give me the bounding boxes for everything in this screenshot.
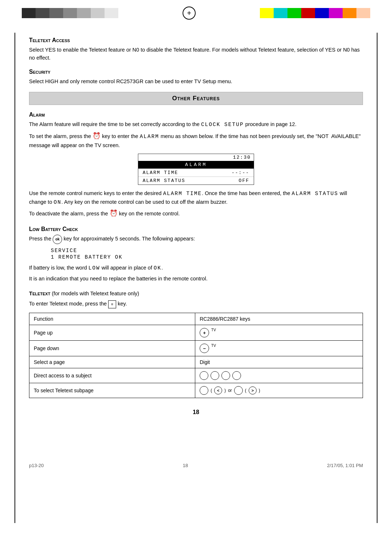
color-swatch — [36, 8, 49, 18]
alarm-time-label: ALARM TIME — [143, 170, 178, 175]
table-row: To select Teletext subpage ( < ) or ( > … — [29, 383, 363, 398]
teletext-intro: To enter Teletext mode, press the ≡ key. — [29, 300, 363, 308]
arrow-left-btn: < — [214, 386, 222, 394]
color-swatch-cyan — [274, 8, 287, 18]
teletext-heading: Teletext — [29, 290, 50, 296]
circle-right-outer — [234, 386, 243, 395]
paren-close: ) — [224, 388, 226, 393]
alarm-heading: Alarm — [29, 112, 363, 118]
color-swatch — [63, 8, 77, 18]
color-bar-left — [22, 8, 118, 18]
table-col2-header: RC2886/RC2887 keys — [195, 313, 363, 325]
low-battery-body1: Press the ok key for approximately 5 sec… — [29, 235, 363, 244]
arrow-right-btn: > — [249, 386, 257, 394]
low-battery-body2: If battery is low, the word LOW will app… — [29, 264, 363, 272]
circle-left-outer — [200, 386, 208, 395]
circle-btn-4 — [232, 371, 241, 380]
teletext-heading-note: (for models with Teletext feature only) — [52, 291, 139, 296]
teletext-access-body: Select YES to enable the Teletext featur… — [29, 46, 363, 62]
alarm-status-value: OFF — [239, 178, 249, 183]
paren-open: ( — [211, 388, 212, 393]
table-cell-key: ( < ) or ( > ) — [195, 383, 363, 398]
tv-label2: TV — [211, 344, 216, 348]
alarm-body2: To set the alarm, press the ⏰ key to ent… — [29, 131, 363, 149]
other-features-banner: Other Features — [29, 92, 363, 105]
color-swatch — [77, 8, 91, 18]
table-cell-key: + TV — [195, 325, 363, 341]
color-swatch-green — [287, 8, 301, 18]
alarm-display-time: 12:30 — [138, 154, 254, 161]
teletext-heading-para: Teletext (for models with Teletext featu… — [29, 289, 363, 297]
plus-tv-icon: + — [200, 328, 209, 337]
or-label: or — [228, 388, 232, 393]
target-icon — [183, 7, 196, 20]
tv-label: TV — [211, 328, 216, 332]
footer: p13-20 18 2/17/05, 1:01 PM — [0, 459, 392, 472]
table-row: Page down − TV — [29, 341, 363, 356]
alarm-body4: To deactivate the alarm, press the ⏰ key… — [29, 208, 363, 219]
table-row: Direct access to a subject — [29, 368, 363, 383]
circle-buttons-row — [200, 371, 358, 380]
color-swatch-red — [301, 8, 315, 18]
table-cell-key — [195, 368, 363, 383]
service-line2: 1 REMOTE BATTERY OK — [51, 254, 363, 260]
circle-btn-3 — [221, 371, 230, 380]
teletext-table-header: Function RC2886/RC2887 keys — [29, 313, 363, 325]
alarm-body1: The Alarm feature will require the time … — [29, 120, 363, 129]
footer-left: p13-20 — [29, 463, 44, 468]
low-battery-body3: It is an indication that you need to rep… — [29, 275, 363, 283]
table-cell-function: Page down — [29, 341, 195, 356]
color-bar-container — [0, 0, 392, 23]
color-swatch — [49, 8, 63, 18]
color-swatch-blue — [315, 8, 329, 18]
paren-open2: ( — [245, 388, 246, 393]
footer-right: 2/17/05, 1:01 PM — [327, 463, 363, 468]
alarm-status-label: ALARM STATUS — [143, 178, 185, 183]
service-line1: SERVICE — [51, 248, 363, 254]
color-swatch-orange — [343, 8, 356, 18]
low-battery-heading: Low Battery Check — [29, 226, 363, 232]
alarm-time-value: --:-- — [232, 170, 249, 175]
table-cell-function: Page up — [29, 325, 195, 341]
minus-tv-icon: − — [200, 344, 209, 353]
color-swatch-yellow — [260, 8, 274, 18]
table-row: Page up + TV — [29, 325, 363, 341]
footer-center: 18 — [183, 463, 188, 468]
service-display: SERVICE 1 REMOTE BATTERY OK — [51, 248, 363, 260]
table-cell-function: Direct access to a subject — [29, 368, 195, 383]
page-border-left — [15, 33, 15, 523]
alarm-row-status: ALARM STATUS OFF — [138, 177, 254, 185]
main-content: Teletext Access Select YES to enable the… — [0, 23, 392, 452]
alarm-row-time: ALARM TIME --:-- — [138, 169, 254, 177]
circle-btn-2 — [211, 371, 219, 380]
table-cell-function: To select Teletext subpage — [29, 383, 195, 398]
table-row: Select a page Digit — [29, 356, 363, 368]
teletext-table: Function RC2886/RC2887 keys Page up + TV… — [29, 313, 363, 398]
table-cell-key: Digit — [195, 356, 363, 368]
security-body: Select HIGH and only remote control RC25… — [29, 77, 363, 85]
subpage-buttons-row: ( < ) or ( > ) — [200, 386, 358, 395]
security-heading: Security — [29, 69, 363, 75]
table-cell-key: − TV — [195, 341, 363, 356]
teletext-key-icon: ≡ — [108, 300, 116, 308]
paren-close2: ) — [259, 388, 260, 393]
color-swatch-magenta — [329, 8, 343, 18]
circle-btn-1 — [200, 371, 208, 380]
color-bar-right — [260, 8, 370, 18]
color-swatch — [22, 8, 36, 18]
page-number: 18 — [29, 409, 363, 416]
color-swatch — [105, 8, 118, 18]
table-cell-function: Select a page — [29, 356, 195, 368]
ok-button-icon: ok — [53, 235, 62, 244]
alarm-body3: Use the remote control numeric keys to e… — [29, 189, 363, 206]
color-swatch-peach — [356, 8, 370, 18]
table-col1-header: Function — [29, 313, 195, 325]
alarm-display-header: ALARM — [138, 161, 254, 169]
teletext-access-heading: Teletext Access — [29, 37, 363, 44]
color-swatch — [91, 8, 105, 18]
alarm-display: 12:30 ALARM ALARM TIME --:-- ALARM STATU… — [138, 154, 254, 185]
page-border-right — [377, 33, 377, 523]
